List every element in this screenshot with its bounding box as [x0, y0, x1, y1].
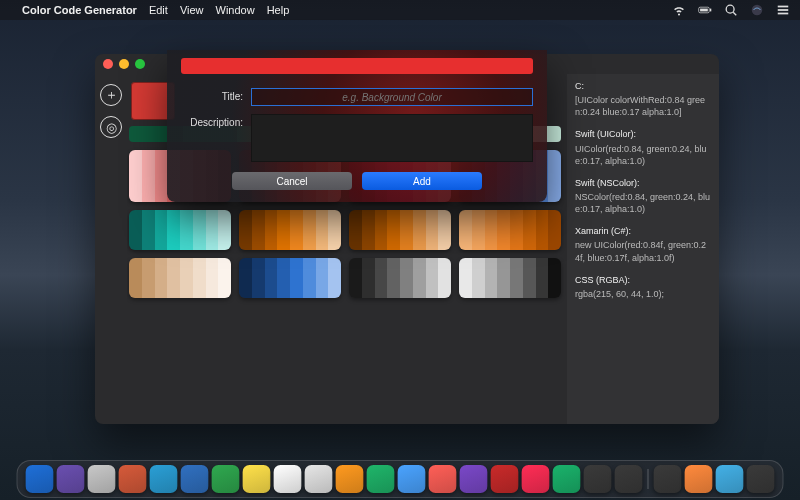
dock-app[interactable] [685, 465, 713, 493]
add-color-sheet: Title: Description: Cancel Add [167, 50, 547, 202]
macos-menubar: Color Code Generator Edit View Window He… [0, 0, 800, 20]
dock-app[interactable] [553, 465, 581, 493]
palette-swatch[interactable] [239, 210, 341, 250]
dock-app[interactable] [274, 465, 302, 493]
battery-icon[interactable] [698, 3, 712, 17]
title-label: Title: [181, 88, 251, 102]
svg-rect-6 [778, 6, 789, 8]
description-label: Description: [181, 114, 251, 128]
dock-app[interactable] [119, 465, 147, 493]
palette-swatch[interactable] [349, 258, 451, 298]
cancel-button[interactable]: Cancel [232, 172, 352, 190]
dock-app[interactable] [57, 465, 85, 493]
app-window: ＋ ◎ C:[UIColor colorWithRed:0.84 green:0… [95, 54, 719, 424]
svg-rect-8 [778, 13, 789, 15]
dock-app[interactable] [615, 465, 643, 493]
dock-app[interactable] [305, 465, 333, 493]
code-panel: C:[UIColor colorWithRed:0.84 green:0.24 … [567, 74, 719, 424]
maximize-icon[interactable] [135, 59, 145, 69]
code-group-value[interactable]: UIColor(red:0.84, green:0.24, blue:0.17,… [575, 143, 711, 167]
dock-app[interactable] [26, 465, 54, 493]
dock-app[interactable] [150, 465, 178, 493]
description-input[interactable] [251, 114, 533, 162]
svg-rect-7 [778, 9, 789, 11]
dock-app[interactable] [716, 465, 744, 493]
add-button[interactable]: Add [362, 172, 482, 190]
dock-app[interactable] [460, 465, 488, 493]
code-group-label: Swift (UIColor): [575, 128, 711, 140]
dock-app[interactable] [429, 465, 457, 493]
minimize-icon[interactable] [119, 59, 129, 69]
eyedropper-button[interactable]: ◎ [100, 116, 122, 138]
menubar-item-window[interactable]: Window [216, 4, 255, 16]
dock-app[interactable] [584, 465, 612, 493]
code-group-value[interactable]: [UIColor colorWithRed:0.84 green:0.24 bl… [575, 94, 711, 118]
palette-swatch[interactable] [129, 258, 231, 298]
menubar-item-help[interactable]: Help [267, 4, 290, 16]
svg-rect-1 [700, 9, 708, 12]
code-group-label: Swift (NSColor): [575, 177, 711, 189]
menubar-item-view[interactable]: View [180, 4, 204, 16]
dock-app[interactable] [336, 465, 364, 493]
svg-rect-2 [710, 9, 711, 12]
tool-column: ＋ ◎ [95, 74, 127, 424]
code-group-label: C: [575, 80, 711, 92]
dock-app[interactable] [522, 465, 550, 493]
code-group-value[interactable]: new UIColor(red:0.84f, green:0.24f, blue… [575, 239, 711, 263]
close-icon[interactable] [103, 59, 113, 69]
siri-icon[interactable] [750, 3, 764, 17]
dock-app[interactable] [181, 465, 209, 493]
svg-point-3 [726, 5, 734, 13]
palette-swatch[interactable] [459, 210, 561, 250]
dock [17, 460, 784, 498]
dock-app[interactable] [654, 465, 682, 493]
dock-app[interactable] [491, 465, 519, 493]
svg-point-5 [752, 5, 763, 16]
wifi-icon[interactable] [672, 3, 686, 17]
code-group-value[interactable]: NSColor(red:0.84, green:0.24, blue:0.17,… [575, 191, 711, 215]
spotlight-icon[interactable] [724, 3, 738, 17]
title-input[interactable] [251, 88, 533, 106]
sheet-color-bar [181, 58, 533, 74]
dock-app[interactable] [88, 465, 116, 493]
palette-swatch[interactable] [129, 210, 231, 250]
add-swatch-button[interactable]: ＋ [100, 84, 122, 106]
dock-app[interactable] [243, 465, 271, 493]
menubar-item-edit[interactable]: Edit [149, 4, 168, 16]
menubar-app-name[interactable]: Color Code Generator [22, 4, 137, 16]
palette-swatch[interactable] [459, 258, 561, 298]
dock-app[interactable] [212, 465, 240, 493]
svg-line-4 [733, 12, 736, 15]
dock-app[interactable] [747, 465, 775, 493]
code-group-label: Xamarin (C#): [575, 225, 711, 237]
palette-swatch[interactable] [349, 210, 451, 250]
code-group-label: CSS (RGBA): [575, 274, 711, 286]
dock-app[interactable] [398, 465, 426, 493]
palette-swatch[interactable] [239, 258, 341, 298]
notifications-icon[interactable] [776, 3, 790, 17]
dock-app[interactable] [367, 465, 395, 493]
code-group-value[interactable]: rgba(215, 60, 44, 1.0); [575, 288, 711, 300]
